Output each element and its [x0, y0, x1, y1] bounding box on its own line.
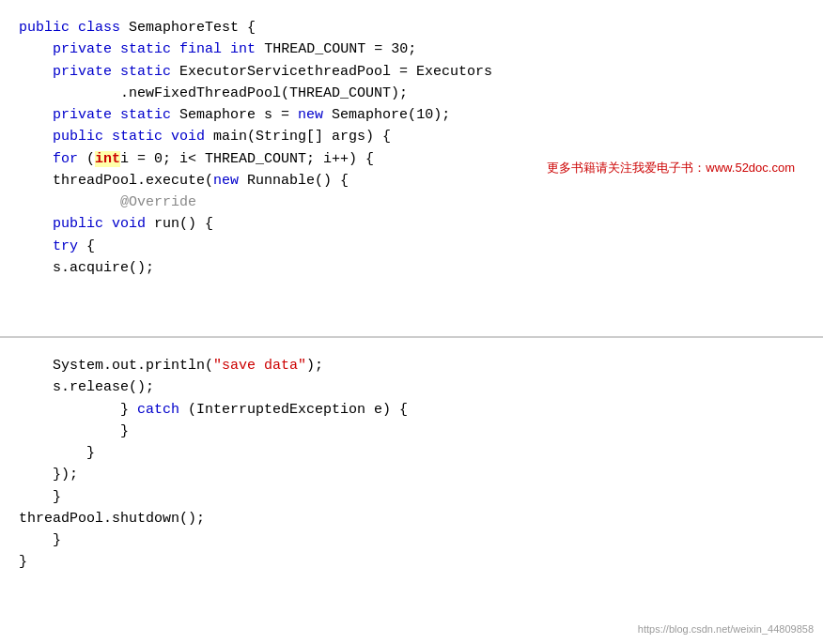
- code-line: s.release();: [19, 376, 804, 398]
- code-line: }: [19, 442, 804, 464]
- code-line: public void run() {: [19, 213, 804, 235]
- code-line: }: [19, 486, 804, 508]
- code-line: @Override: [19, 192, 804, 213]
- code-line: try {: [19, 236, 804, 257]
- code-line: } catch (InterruptedException e) {: [19, 399, 804, 421]
- code-line: private static final int THREAD_COUNT = …: [19, 38, 804, 60]
- code-line-with-watermark: s.acquire(); 更多书籍请关注我爱电子书：www.52doc.com: [19, 257, 804, 279]
- top-watermark: 更多书籍请关注我爱电子书：www.52doc.com: [547, 159, 795, 177]
- code-line: public static void main(String[] args) {: [19, 126, 804, 147]
- code-line: }: [19, 551, 804, 573]
- code-line: .newFixedThreadPool(THREAD_COUNT);: [19, 83, 804, 104]
- code-line: private static ExecutorServicethreadPool…: [19, 61, 804, 83]
- code-line: });: [19, 464, 804, 485]
- code-line: }: [19, 529, 804, 551]
- code-container: public class SemaphoreTest { private sta…: [0, 0, 823, 644]
- bottom-section: System.out.println("save data"); s.relea…: [0, 338, 823, 644]
- code-line: System.out.println("save data");: [19, 355, 804, 376]
- code-line: threadPool.shutdown();: [19, 508, 804, 529]
- code-line: private static Semaphore s = new Semapho…: [19, 104, 804, 126]
- code-line: }: [19, 421, 804, 442]
- code-line: public class SemaphoreTest {: [19, 17, 804, 38]
- top-section: public class SemaphoreTest { private sta…: [0, 0, 823, 338]
- bottom-watermark: https://blog.csdn.net/weixin_44809858: [638, 623, 814, 635]
